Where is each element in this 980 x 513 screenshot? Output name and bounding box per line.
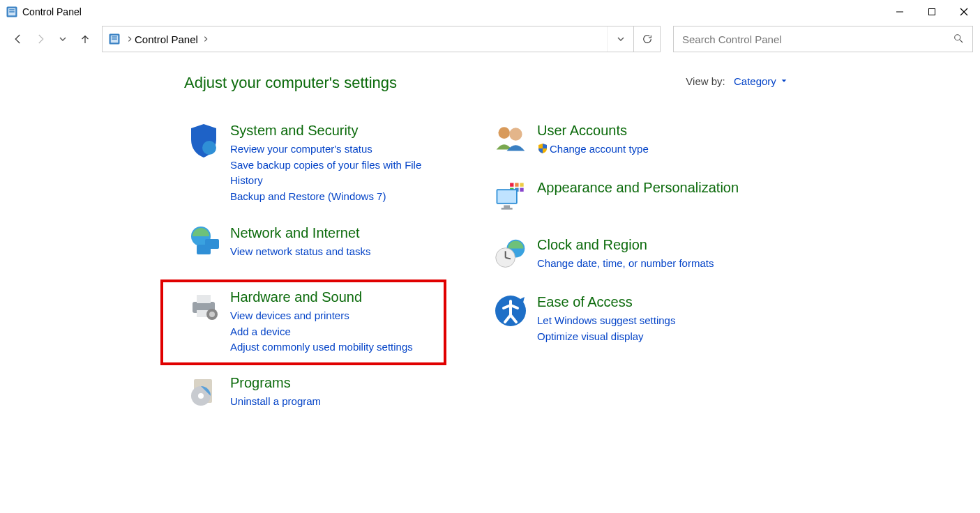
category-title[interactable]: Appearance and Personalization <box>537 180 739 196</box>
category-ease-of-access: Ease of Access Let Windows suggest setti… <box>491 291 756 347</box>
svg-rect-35 <box>497 190 516 203</box>
address-icon <box>108 33 121 45</box>
search-input[interactable] <box>681 33 965 46</box>
chevron-right-icon[interactable] <box>202 34 209 45</box>
sublink[interactable]: Review your computer's status <box>230 141 446 158</box>
printer-icon[interactable] <box>187 289 220 326</box>
recent-locations-dropdown[interactable] <box>53 29 73 49</box>
category-programs: Programs Uninstall a program <box>184 372 449 414</box>
sublink[interactable]: Backup and Restore (Windows 7) <box>230 189 446 205</box>
category-title[interactable]: Ease of Access <box>537 294 675 310</box>
monitor-colors-icon[interactable] <box>494 180 527 216</box>
view-by-dropdown[interactable]: Category <box>734 75 787 87</box>
svg-rect-17 <box>205 239 219 249</box>
svg-rect-28 <box>510 183 513 186</box>
category-title[interactable]: Network and Internet <box>230 225 371 241</box>
search-box[interactable] <box>673 26 973 52</box>
svg-point-27 <box>509 128 522 140</box>
category-columns: System and Security Review your computer… <box>184 120 980 429</box>
shield-icon[interactable] <box>187 123 220 159</box>
control-panel-icon <box>6 6 18 18</box>
disc-box-icon[interactable] <box>187 375 220 411</box>
ease-of-access-icon[interactable] <box>494 294 527 330</box>
svg-line-13 <box>960 40 963 43</box>
globe-network-icon[interactable] <box>187 225 220 261</box>
svg-rect-11 <box>112 38 117 40</box>
svg-rect-29 <box>515 183 518 186</box>
close-button[interactable] <box>948 0 980 24</box>
window-controls <box>884 0 980 24</box>
sublink[interactable]: Let Windows suggest settings <box>537 313 675 329</box>
chevron-right-icon[interactable] <box>126 34 133 45</box>
svg-point-22 <box>209 312 215 317</box>
forward-button[interactable] <box>31 29 50 49</box>
control-panel-window: Control Panel <box>0 0 980 513</box>
highlighted-hardware-box: Hardware and Sound View devices and prin… <box>160 280 446 365</box>
svg-point-25 <box>198 393 204 399</box>
sublink[interactable]: Uninstall a program <box>230 394 321 410</box>
content-area: Adjust your computer's settings View by:… <box>0 54 980 429</box>
category-title[interactable]: Programs <box>230 375 321 391</box>
category-title[interactable]: User Accounts <box>537 123 649 139</box>
category-appearance: Appearance and Personalization <box>491 177 756 219</box>
clock-globe-icon[interactable] <box>494 237 527 273</box>
maximize-button[interactable] <box>916 0 948 24</box>
sublink[interactable]: View devices and printers <box>230 308 413 324</box>
svg-point-26 <box>498 127 510 139</box>
up-button[interactable] <box>75 29 95 49</box>
svg-rect-30 <box>520 183 523 186</box>
sublink[interactable]: Change account type <box>537 141 649 158</box>
svg-rect-2 <box>9 9 15 10</box>
svg-rect-33 <box>520 188 523 192</box>
svg-point-12 <box>955 34 960 40</box>
address-location[interactable]: Control Panel <box>135 33 198 45</box>
address-history-dropdown[interactable] <box>607 26 633 52</box>
svg-rect-37 <box>502 208 513 210</box>
svg-rect-10 <box>112 36 117 38</box>
navigation-bar: Control Panel <box>0 24 980 54</box>
refresh-button[interactable] <box>633 26 660 52</box>
left-column: System and Security Review your computer… <box>184 120 449 429</box>
people-icon[interactable] <box>494 123 527 159</box>
category-clock-region: Clock and Region Change date, time, or n… <box>491 234 756 276</box>
category-system-security: System and Security Review your computer… <box>184 120 449 207</box>
svg-rect-3 <box>9 11 15 13</box>
sublink[interactable]: Save backup copies of your files with Fi… <box>230 158 446 189</box>
svg-rect-5 <box>929 9 935 15</box>
view-by-control: View by: Category <box>686 75 787 87</box>
sublink[interactable]: Change date, time, or number formats <box>537 256 714 272</box>
sublink[interactable]: View network status and tasks <box>230 244 371 260</box>
svg-point-14 <box>202 141 216 155</box>
page-heading: Adjust your computer's settings <box>184 74 980 92</box>
titlebar: Control Panel <box>0 0 980 24</box>
category-hardware-sound: Hardware and Sound View devices and prin… <box>184 286 444 358</box>
category-network: Network and Internet View network status… <box>184 222 449 264</box>
right-column: User Accounts Change account type <box>491 120 756 429</box>
search-icon <box>953 33 964 46</box>
address-bar[interactable]: Control Panel <box>102 26 661 52</box>
category-title[interactable]: Hardware and Sound <box>230 289 413 305</box>
category-title[interactable]: Clock and Region <box>537 237 714 253</box>
view-by-label: View by: <box>686 75 725 87</box>
svg-rect-36 <box>504 205 510 208</box>
category-title[interactable]: System and Security <box>230 123 446 139</box>
minimize-button[interactable] <box>884 0 916 24</box>
sublink[interactable]: Add a device <box>230 324 413 340</box>
uac-shield-icon <box>537 143 548 154</box>
sublink[interactable]: Adjust commonly used mobility settings <box>230 339 413 355</box>
window-title: Control Panel <box>22 6 82 17</box>
category-user-accounts: User Accounts Change account type <box>491 120 756 162</box>
svg-rect-19 <box>197 295 211 303</box>
back-button[interactable] <box>8 29 28 49</box>
sublink[interactable]: Optimize visual display <box>537 329 675 345</box>
